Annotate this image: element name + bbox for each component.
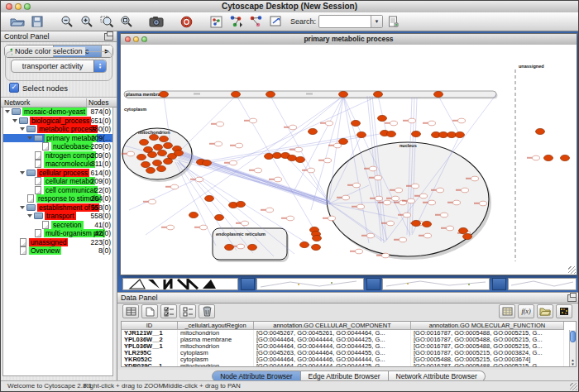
- node[interactable]: [334, 143, 342, 148]
- background-window-fragment[interactable]: [256, 278, 364, 290]
- tree-row[interactable]: nitrogen compo209(0): [3, 151, 112, 160]
- background-window-titlebar[interactable]: [241, 278, 255, 290]
- node[interactable]: [356, 249, 363, 254]
- node[interactable]: [196, 177, 203, 182]
- node[interactable]: [428, 200, 436, 205]
- table-cell[interactable]: YDR039C__1: [122, 363, 178, 367]
- node-selected-red[interactable]: [339, 138, 348, 144]
- node[interactable]: [471, 176, 479, 181]
- background-window-titlebar[interactable]: [366, 278, 380, 290]
- table-row[interactable]: YPL036W__2plasma membrane[GO:0044464, GO…: [122, 337, 576, 343]
- tree-row[interactable]: Overview8(0): [3, 246, 112, 256]
- node[interactable]: [384, 200, 391, 205]
- node-selected-red[interactable]: [447, 131, 457, 137]
- node[interactable]: [370, 166, 377, 171]
- node-selected-red[interactable]: [158, 150, 167, 155]
- node-selected-red[interactable]: [150, 134, 159, 140]
- table-cell[interactable]: [GO:0044464, GO:0044446, GO:0044444, G..…: [254, 356, 411, 363]
- node[interactable]: [171, 184, 179, 189]
- table-cell[interactable]: YLR295C: [122, 350, 178, 356]
- node[interactable]: [200, 225, 208, 230]
- table-cell[interactable]: YPL036W__1: [122, 343, 178, 350]
- search-dropdown-button[interactable]: ▼: [371, 16, 382, 27]
- table-cell[interactable]: [GO:0016787, GO:0005488, GO:0005215, G..…: [411, 330, 564, 337]
- table-row[interactable]: YDR039C__1mitochondrion[GO:0044464, GO:0…: [122, 363, 576, 367]
- node-selected-red[interactable]: [160, 136, 169, 141]
- node[interactable]: [275, 177, 282, 182]
- node[interactable]: [395, 188, 403, 193]
- zoom-in-button[interactable]: [77, 13, 97, 30]
- tree-header-nodes[interactable]: Nodes: [87, 98, 117, 107]
- scrollbar-arrows[interactable]: ▲▼: [570, 358, 576, 366]
- node-selected-red[interactable]: [266, 91, 275, 97]
- float-panel-icon[interactable]: [104, 33, 113, 41]
- node-selected-red[interactable]: [300, 241, 309, 247]
- node-selected-red[interactable]: [536, 128, 545, 134]
- node-selected-red[interactable]: [265, 153, 274, 159]
- node[interactable]: [357, 204, 365, 209]
- node[interactable]: [437, 188, 444, 193]
- attribute-table-button[interactable]: [122, 304, 139, 318]
- matrix-button[interactable]: [499, 304, 515, 318]
- table-cell[interactable]: mitochondrion: [178, 363, 254, 367]
- background-window-titlebar[interactable]: [492, 278, 506, 290]
- node-selected-red[interactable]: [423, 221, 432, 227]
- node[interactable]: [441, 213, 448, 218]
- tree-header-network[interactable]: Network: [1, 98, 87, 107]
- node-selected-red[interactable]: [175, 150, 184, 155]
- save-button[interactable]: [27, 13, 47, 30]
- node[interactable]: [167, 225, 175, 230]
- node[interactable]: [420, 194, 428, 198]
- annotation-button[interactable]: [266, 13, 285, 30]
- node-selected-red[interactable]: [412, 131, 421, 136]
- zoom-fit-button[interactable]: [117, 13, 136, 30]
- node[interactable]: [287, 216, 294, 221]
- node-selected-red[interactable]: [456, 131, 465, 137]
- expand-arrow-icon[interactable]: [5, 110, 10, 113]
- tree-row[interactable]: metabolic process280(0): [3, 125, 112, 134]
- node-selected-red[interactable]: [146, 167, 156, 173]
- node[interactable]: [353, 183, 361, 188]
- node[interactable]: [217, 122, 224, 127]
- node[interactable]: [447, 226, 454, 231]
- new-attribute-button[interactable]: [141, 304, 158, 318]
- node-selected-red[interactable]: [140, 139, 149, 145]
- close-icon[interactable]: [6, 3, 12, 10]
- snapshot-button[interactable]: [146, 13, 166, 30]
- node-selected-red[interactable]: [154, 144, 163, 150]
- table-cell[interactable]: cytoplasm: [178, 350, 254, 356]
- node[interactable]: [290, 125, 297, 130]
- node-selected-red[interactable]: [544, 155, 553, 160]
- table-cell[interactable]: plasma membrane: [178, 337, 254, 343]
- table-cell[interactable]: [GO:0044464, GO:0044444, GO:0044425, G..…: [254, 343, 411, 350]
- close-icon[interactable]: [125, 36, 131, 42]
- node-selected-red[interactable]: [153, 160, 162, 165]
- tree-row[interactable]: nucleobase-209(0): [3, 142, 112, 151]
- node[interactable]: [215, 141, 223, 146]
- table-cell[interactable]: YKR052C: [122, 356, 178, 363]
- table-cell[interactable]: [GO:0045263, GO:0044464, GO:0044455, G..…: [254, 350, 411, 356]
- tree-row[interactable]: biological_process651(0): [3, 117, 112, 126]
- heatmap-button[interactable]: [556, 304, 572, 318]
- node[interactable]: [242, 221, 249, 226]
- node-selected-red[interactable]: [387, 131, 396, 136]
- select-nodes-checkbox[interactable]: ✓: [9, 83, 19, 93]
- table-row[interactable]: YJR121W__1mitochondrion[GO:0045267, GO:0…: [122, 330, 576, 337]
- node-selected-red[interactable]: [439, 131, 448, 137]
- node-selected-red[interactable]: [459, 227, 468, 233]
- import-button[interactable]: [383, 13, 403, 30]
- tree-row[interactable]: cellular metabo209(0): [3, 177, 112, 186]
- node[interactable]: [230, 160, 237, 165]
- node[interactable]: [237, 244, 245, 249]
- node[interactable]: [404, 213, 411, 218]
- help-button[interactable]: [176, 13, 196, 30]
- node[interactable]: [428, 121, 436, 126]
- table-cell[interactable]: cytoplasm: [178, 356, 254, 363]
- tree-row[interactable]: cellular process614(0): [3, 169, 112, 178]
- node-selected-red[interactable]: [309, 128, 318, 134]
- window-resize-grip[interactable]: [568, 266, 576, 274]
- table-column-header[interactable]: ID: [122, 322, 178, 330]
- node[interactable]: [236, 143, 243, 148]
- node[interactable]: [367, 233, 375, 238]
- table-row[interactable]: YLR295Ccytoplasm[GO:0045263, GO:0044464,…: [122, 350, 576, 356]
